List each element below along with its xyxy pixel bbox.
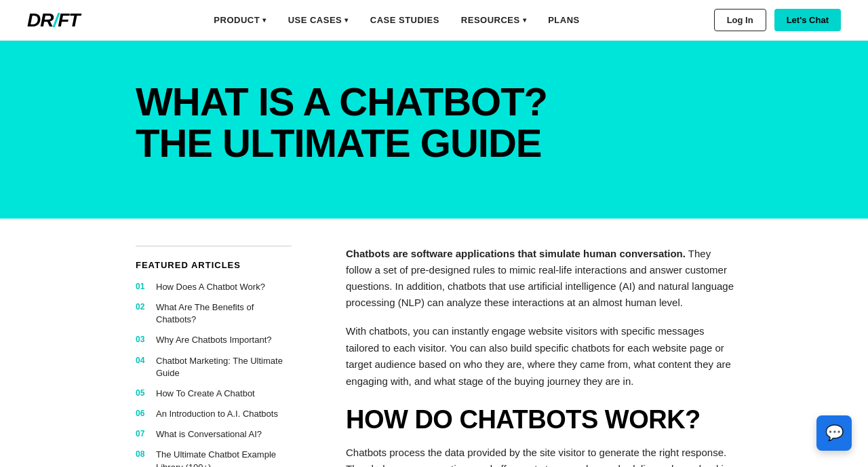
nav-links: PRODUCT ▾ USE CASES ▾ CASE STUDIES RESOU… <box>214 15 579 25</box>
nav-actions: Log In Let's Chat <box>714 9 841 31</box>
nav-item-plans[interactable]: PLANS <box>548 15 580 25</box>
nav-item-case-studies[interactable]: CASE STUDIES <box>370 15 439 25</box>
article-link[interactable]: Chatbot Marketing: The Ultimate Guide <box>156 355 292 379</box>
article-num: 02 <box>136 301 151 312</box>
article-body: Chatbots are software applications that … <box>346 246 739 467</box>
article-num: 06 <box>136 408 151 418</box>
list-item: 04 Chatbot Marketing: The Ultimate Guide <box>136 355 292 379</box>
hero-title: WHAT IS A CHATBOT? THE ULTIMATE GUIDE <box>136 81 547 164</box>
hero-section: WHAT IS A CHATBOT? THE ULTIMATE GUIDE <box>0 41 868 219</box>
featured-articles-title: FEATURED ARTICLES <box>136 260 292 270</box>
article-link[interactable]: How To Create A Chatbot <box>156 388 255 400</box>
chevron-down-icon: ▾ <box>523 16 527 24</box>
chat-fab-button[interactable]: 💬 <box>816 415 852 451</box>
chat-icon: 💬 <box>825 424 844 442</box>
article-num: 05 <box>136 388 151 398</box>
list-item: 07 What is Conversational AI? <box>136 428 292 441</box>
list-item: 05 How To Create A Chatbot <box>136 388 292 400</box>
list-item: 03 Why Are Chatbots Important? <box>136 334 292 346</box>
article-link[interactable]: An Introduction to A.I. Chatbots <box>156 408 278 420</box>
nav-item-use-cases[interactable]: USE CASES ▾ <box>288 15 349 25</box>
article-link[interactable]: The Ultimate Chatbot Example Library (10… <box>156 449 292 467</box>
article-num: 07 <box>136 428 151 438</box>
nav-item-resources[interactable]: RESOURCES ▾ <box>461 15 526 25</box>
list-item: 02 What Are The Benefits of Chatbots? <box>136 301 292 326</box>
main-content: FEATURED ARTICLES 01 How Does A Chatbot … <box>0 219 868 467</box>
sidebar-divider <box>136 246 292 246</box>
article-link[interactable]: What Are The Benefits of Chatbots? <box>156 301 292 326</box>
list-item: 01 How Does A Chatbot Work? <box>136 281 292 293</box>
section-heading-chatbots-work: HOW DO CHATBOTS WORK? <box>346 407 739 434</box>
login-button[interactable]: Log In <box>714 9 766 31</box>
article-num: 08 <box>136 449 151 459</box>
article-num: 04 <box>136 355 151 365</box>
chevron-down-icon: ▾ <box>344 16 349 24</box>
lets-chat-button[interactable]: Let's Chat <box>774 9 841 31</box>
article-num: 01 <box>136 281 151 291</box>
article-link[interactable]: Why Are Chatbots Important? <box>156 334 272 346</box>
article-link[interactable]: What is Conversational AI? <box>156 428 262 441</box>
logo[interactable]: DR/FT <box>27 10 79 31</box>
intro-paragraph: Chatbots are software applications that … <box>346 246 739 311</box>
nav-item-product[interactable]: PRODUCT ▾ <box>214 15 266 25</box>
body-paragraph-2: Chatbots process the data provided by th… <box>346 445 739 467</box>
article-link[interactable]: How Does A Chatbot Work? <box>156 281 265 293</box>
list-item: 08 The Ultimate Chatbot Example Library … <box>136 449 292 467</box>
body-paragraph-1: With chatbots, you can instantly engage … <box>346 323 739 390</box>
navbar: DR/FT PRODUCT ▾ USE CASES ▾ CASE STUDIES… <box>0 0 868 41</box>
article-num: 03 <box>136 334 151 344</box>
sidebar: FEATURED ARTICLES 01 How Does A Chatbot … <box>136 246 292 467</box>
chevron-down-icon: ▾ <box>262 16 267 24</box>
list-item: 06 An Introduction to A.I. Chatbots <box>136 408 292 420</box>
article-list: 01 How Does A Chatbot Work? 02 What Are … <box>136 281 292 467</box>
